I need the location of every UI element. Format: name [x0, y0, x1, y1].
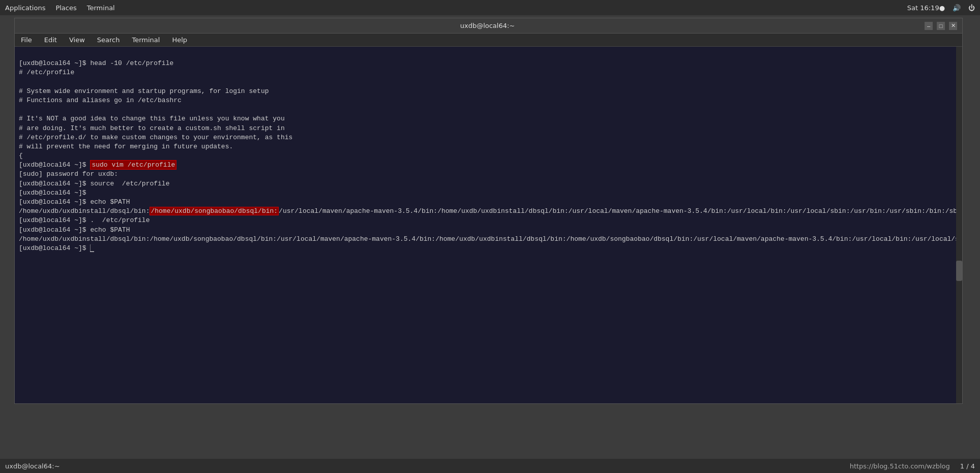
line12-cmd: sudo vim /etc/profile: [90, 160, 176, 170]
line19: [uxdb@local64 ~]$ echo $PATH: [19, 226, 130, 234]
line17-post: /usr/local/maven/apache-maven-3.5.4/bin:…: [279, 207, 962, 215]
applications-menu[interactable]: Applications: [5, 4, 45, 12]
power-icon[interactable]: ⏻: [968, 4, 975, 12]
line20: /home/uxdb/uxdbinstall/dbsql/bin:/home/u…: [19, 235, 962, 243]
line15: [uxdb@local64 ~]$: [19, 189, 86, 197]
line10: # will prevent the need for merging in f…: [19, 143, 233, 150]
terminal-scrollbar[interactable]: [956, 47, 962, 403]
terminal-window: uxdb@local64:~ – □ ✕ File Edit View Sear…: [14, 18, 963, 404]
menu-view[interactable]: View: [67, 35, 87, 45]
line7: # It's NOT a good idea to change this fi…: [19, 115, 285, 122]
scrollbar-thumb[interactable]: [956, 261, 962, 281]
line12-prompt: [uxdb@local64 ~]$: [19, 161, 90, 169]
terminal-content[interactable]: [uxdb@local64 ~]$ head -10 /etc/profile …: [15, 47, 962, 403]
line8: # are doing. It's much better to create …: [19, 124, 285, 132]
system-bar-right: Sat 16:19● 🔊 ⏻: [907, 4, 975, 12]
status-page: 1 / 4: [960, 462, 975, 470]
line4: # System wide environment and startup pr…: [19, 87, 269, 95]
menu-search[interactable]: Search: [95, 35, 122, 45]
line18: [uxdb@local64 ~]$ . /etc/profile: [19, 216, 150, 224]
title-bar-controls: – □ ✕: [925, 22, 957, 30]
line21: [uxdb@local64 ~]$: [19, 244, 86, 252]
maximize-button[interactable]: □: [937, 22, 945, 30]
line2: # /etc/profile: [19, 69, 74, 76]
menu-edit[interactable]: Edit: [42, 35, 59, 45]
title-bar: uxdb@local64:~ – □ ✕: [15, 18, 962, 34]
line13: [sudo] password for uxdb:: [19, 170, 118, 178]
line17-pre: /home/uxdb/uxdbinstall/dbsql/bin:: [19, 207, 150, 215]
menu-terminal[interactable]: Terminal: [130, 35, 162, 45]
time-display: Sat 16:19●: [907, 4, 945, 12]
line16: [uxdb@local64 ~]$ echo $PATH: [19, 198, 130, 206]
line17-highlight: /home/uxdb/songbaobao/dbsql/bin:: [150, 207, 279, 215]
minimize-button[interactable]: –: [925, 22, 933, 30]
menu-help[interactable]: Help: [170, 35, 189, 45]
volume-icon[interactable]: 🔊: [953, 4, 961, 12]
status-url: https://blog.51cto.com/wzblog: [850, 462, 950, 470]
status-user: uxdb@local64:~: [5, 462, 60, 470]
terminal-title: uxdb@local64:~: [50, 22, 925, 29]
places-menu[interactable]: Places: [55, 4, 76, 12]
system-bar-left: Applications Places Terminal: [5, 4, 115, 12]
line5: # Functions and aliases go in /etc/bashr…: [19, 97, 182, 104]
menu-file[interactable]: File: [19, 35, 34, 45]
line1: [uxdb@local64 ~]$ head -10 /etc/profile: [19, 59, 173, 67]
line9: # /etc/profile.d/ to make custom changes…: [19, 134, 292, 141]
line11: {: [19, 152, 23, 160]
line14: [uxdb@local64 ~]$ source /etc/profile: [19, 180, 169, 187]
terminal-menu[interactable]: Terminal: [87, 4, 115, 12]
system-bar: Applications Places Terminal Sat 16:19● …: [0, 0, 980, 15]
menu-bar: File Edit View Search Terminal Help: [15, 34, 962, 47]
status-bar: uxdb@local64:~ https://blog.51cto.com/wz…: [0, 459, 980, 473]
close-button[interactable]: ✕: [949, 22, 957, 30]
